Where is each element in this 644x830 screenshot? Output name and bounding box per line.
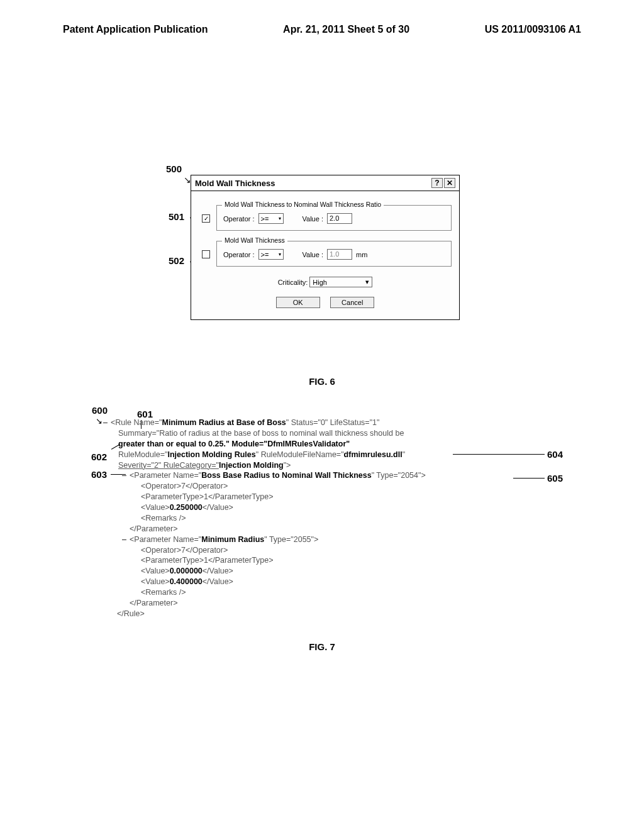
xml-text: <Operator>7</Operator> — [141, 482, 228, 490]
thickness-value-input[interactable]: 1.0 — [327, 249, 352, 260]
unit-label: mm — [356, 251, 367, 258]
xml-text: </Value> — [203, 577, 233, 586]
xml-text: Severity="2" RuleCategory=" — [118, 461, 219, 470]
titlebar-buttons: ? ✕ — [431, 178, 455, 188]
xml-text: </Value> — [203, 503, 233, 512]
xml-text: " — [402, 450, 405, 459]
xml-text: <ParameterType>1</ParameterType> — [141, 556, 274, 565]
xml-rule-block: –<Rule Name="Minimum Radius at Base of B… — [92, 418, 570, 619]
ratio-value-input[interactable]: 2.0 — [327, 213, 352, 224]
xml-text: "> — [284, 461, 291, 470]
xml-rule-category: Injection Molding — [219, 461, 284, 470]
xml-rule-module: Injection Molding Rules — [167, 450, 255, 459]
xml-param-name: Minimum Radius — [201, 535, 264, 544]
xml-text: <Remarks /> — [141, 514, 186, 523]
xml-text: " Type="2054"> — [372, 471, 426, 480]
operator-value: >= — [261, 215, 269, 223]
xml-value: 0.400000 — [170, 577, 203, 586]
xml-param-name: Boss Base Radius to Nominal Wall Thickne… — [201, 471, 371, 480]
operator-label: Operator : — [223, 215, 255, 223]
xml-text: RuleModule=" — [118, 450, 167, 459]
ref-600: 600 — [92, 405, 108, 416]
ratio-checkbox[interactable]: ✓ — [202, 214, 210, 223]
ratio-legend: Mold Wall Thickness to Nominal Wall Thic… — [222, 201, 384, 208]
xml-text: </Rule> — [117, 609, 145, 618]
mold-wall-thickness-dialog: Mold Wall Thickness ? ✕ ✓ Mold Wall Thic… — [191, 175, 460, 320]
dialog-buttons: OK Cancel — [199, 296, 452, 308]
xml-text: <Parameter Name=" — [130, 535, 201, 544]
xml-text: <Remarks /> — [141, 588, 186, 597]
chevron-down-icon: ▾ — [279, 252, 281, 257]
chevron-down-icon: ▾ — [365, 278, 369, 286]
xml-text: <Parameter Name=" — [130, 471, 201, 480]
ref-501: 501 — [169, 211, 184, 222]
xml-text: Summary="Ratio of radius at the base of … — [118, 429, 404, 438]
xml-text: </Parameter> — [130, 524, 177, 533]
xml-text: " Status="0" LifeStatus="1" — [286, 418, 380, 427]
ref-500: 500 — [166, 163, 182, 174]
operator-label: Operator : — [223, 251, 255, 258]
operator-select[interactable]: >= ▾ — [258, 249, 284, 260]
help-button[interactable]: ? — [431, 178, 443, 188]
cancel-button[interactable]: Cancel — [330, 297, 374, 308]
xml-text: <Value> — [141, 567, 170, 575]
thickness-checkbox[interactable] — [202, 250, 210, 258]
xml-text: <ParameterType>1</ParameterType> — [141, 492, 274, 501]
ratio-group: ✓ Mold Wall Thickness to Nominal Wall Th… — [216, 205, 452, 231]
xml-text: <Rule Name=" — [111, 418, 162, 427]
xml-text: </Value> — [203, 567, 233, 575]
value-label: Value : — [303, 251, 323, 258]
page-header: Patent Application Publication Apr. 21, … — [0, 24, 644, 35]
value-label: Value : — [303, 215, 323, 223]
xml-rule-file: dfmimrulesu.dll — [344, 450, 402, 459]
criticality-value: High — [313, 279, 327, 286]
ok-button[interactable]: OK — [276, 297, 320, 308]
ref-502: 502 — [169, 255, 184, 266]
xml-text: <Operator>7</Operator> — [141, 546, 228, 555]
thickness-legend: Mold Wall Thickness — [222, 236, 287, 244]
xml-text: " Type="2055"> — [264, 535, 318, 544]
figure-7-caption: FIG. 7 — [0, 641, 644, 652]
dialog-body: ✓ Mold Wall Thickness to Nominal Wall Th… — [191, 191, 460, 320]
thickness-group: Mold Wall Thickness Operator : >= ▾ Valu… — [216, 241, 452, 267]
publication-label: Patent Application Publication — [63, 24, 208, 35]
dialog-titlebar: Mold Wall Thickness ? ✕ — [191, 175, 460, 191]
criticality-select[interactable]: High ▾ — [309, 277, 372, 287]
operator-value: >= — [261, 251, 269, 258]
xml-text: <Value> — [141, 503, 170, 512]
dialog-title: Mold Wall Thickness — [195, 179, 275, 188]
xml-text: " RuleModuleFileName=" — [256, 450, 344, 459]
xml-value: 0.250000 — [170, 503, 203, 512]
chevron-down-icon: ▾ — [279, 216, 281, 221]
operator-select[interactable]: >= ▾ — [258, 213, 284, 224]
patent-number: US 2011/0093106 A1 — [485, 24, 581, 35]
xml-rule-name: Minimum Radius at Base of Boss — [162, 418, 286, 427]
close-button[interactable]: ✕ — [444, 178, 455, 188]
criticality-label: Criticality: — [278, 279, 308, 286]
xml-value: 0.000000 — [170, 567, 203, 575]
figure-6-caption: FIG. 6 — [0, 376, 644, 387]
xml-text: greater than or equal to 0.25." Module="… — [118, 440, 350, 448]
sheet-label: Apr. 21, 2011 Sheet 5 of 30 — [283, 24, 409, 35]
xml-text: </Parameter> — [130, 599, 177, 607]
xml-text: <Value> — [141, 577, 170, 586]
criticality-row: Criticality: High ▾ — [199, 277, 452, 287]
